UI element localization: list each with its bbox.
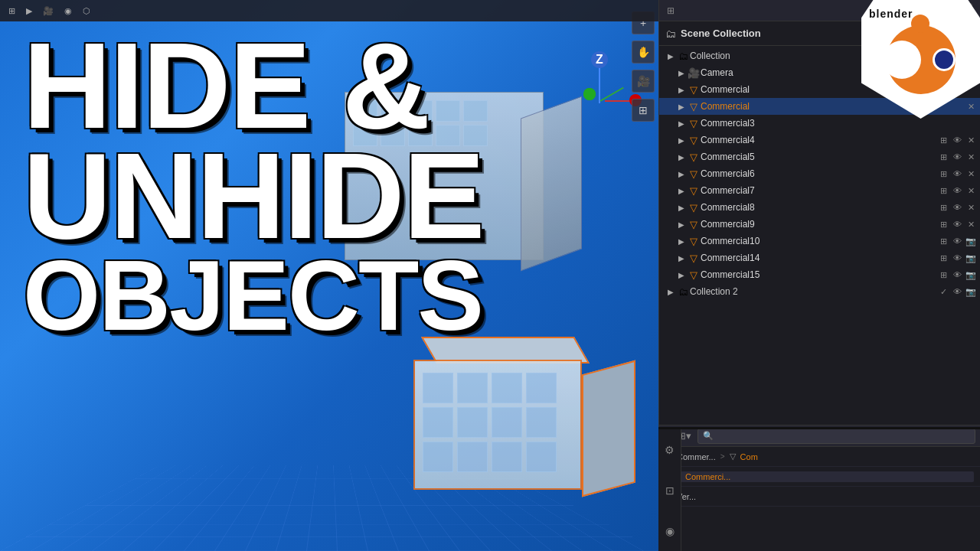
commercial14-eye-icon[interactable]: 👁 [951, 253, 963, 262]
toolbar-icon-1[interactable]: ⊞ [5, 5, 19, 18]
commercial14-grid-icon[interactable]: ⊞ [937, 253, 949, 263]
toolbar-icon-5[interactable]: ⬡ [79, 5, 94, 18]
commercial5-x-icon[interactable]: ✕ [965, 152, 977, 162]
commercial10-grid-icon[interactable]: ⊞ [937, 236, 949, 246]
commercial5-actions: ⊞ 👁 ✕ [937, 152, 977, 162]
tree-arrow-commercial14: ▶ [676, 254, 687, 262]
collection2-check-icon[interactable]: ✓ [937, 287, 949, 297]
blender-logo: blender [858, 0, 980, 122]
commercial15-eye-icon[interactable]: 👁 [951, 270, 963, 279]
tree-item-commercial5[interactable]: ▶ ▽ Commercial5 ⊞ 👁 ✕ [659, 148, 980, 165]
tree-arrow-commercial2: ▶ [676, 103, 687, 111]
breadcrumb-arrow-icon: > [720, 452, 725, 461]
commercial7-eye-icon[interactable]: 👁 [951, 186, 963, 195]
tree-label-commercial10: Commercial10 [701, 236, 937, 246]
commercial1-icon: ▽ [687, 84, 701, 96]
scene-collection-label: Scene Collection [681, 28, 761, 39]
commercial9-x-icon[interactable]: ✕ [965, 220, 977, 230]
camera-icon: 🎥 [687, 67, 701, 79]
building-windows [423, 373, 557, 472]
tree-item-commercial4[interactable]: ▶ ▽ Commercial4 ⊞ 👁 ✕ [659, 132, 980, 148]
commercial5-eye-icon[interactable]: 👁 [951, 152, 963, 161]
commercial5-icon: ▽ [687, 152, 701, 163]
tree-item-commercial6[interactable]: ▶ ▽ Commercial6 ⊞ 👁 ✕ [659, 165, 980, 182]
collection2-eye-icon[interactable]: 👁 [951, 287, 963, 296]
commercial6-x-icon[interactable]: ✕ [965, 169, 977, 179]
commercial7-icon: ▽ [687, 185, 701, 197]
breadcrumb-item-1[interactable]: Commer... [677, 452, 716, 461]
tree-label-commercial14: Commercial14 [701, 253, 937, 263]
tree-label-commercial5: Commercial5 [701, 152, 937, 162]
commercial10-actions: ⊞ 👁 📷 [937, 236, 977, 246]
commercial6-eye-icon[interactable]: 👁 [951, 169, 963, 178]
commercial10-cam-icon[interactable]: 📷 [965, 236, 977, 246]
breadcrumb-filter-icon: ▽ [730, 452, 736, 461]
tree-label-commercial9: Commercial9 [701, 219, 937, 230]
commercial7-x-icon[interactable]: ✕ [965, 186, 977, 196]
tree-arrow-commercial6: ▶ [676, 170, 687, 178]
tree-item-collection2[interactable]: ▶ 🗂 Collection 2 ✓ 👁 📷 [659, 283, 980, 300]
tree-item-commercial9[interactable]: ▶ ▽ Commercial9 ⊞ 👁 ✕ [659, 216, 980, 233]
commercial9-grid-icon[interactable]: ⊞ [937, 220, 949, 230]
commercial10-icon: ▽ [687, 236, 701, 247]
commercial10-eye-icon[interactable]: 👁 [951, 236, 963, 246]
tree-item-commercial8[interactable]: ▶ ▽ Commercial8 ⊞ 👁 ✕ [659, 199, 980, 216]
commercial4-x-icon[interactable]: ✕ [965, 135, 977, 145]
header-icon: ⊞ [667, 5, 675, 16]
toolbar-icon-3[interactable]: 🎥 [39, 5, 57, 18]
tree-arrow-commercial8: ▶ [676, 204, 687, 212]
commercial8-icon: ▽ [687, 202, 701, 214]
collection2-icon: 🗂 [676, 286, 690, 298]
commercial4-eye-icon[interactable]: 👁 [951, 135, 963, 145]
tree-label-commercial4: Commercial4 [701, 135, 937, 145]
commercial7-grid-icon[interactable]: ⊞ [937, 186, 949, 196]
axis-indicator: Z [574, 65, 635, 126]
scene-collection-icon: 🗂 [665, 28, 676, 40]
building-front-face [413, 360, 582, 490]
props-object-value[interactable]: Commerci... [681, 471, 974, 482]
commercial14-cam-icon[interactable]: 📷 [965, 253, 977, 263]
commercial8-x-icon[interactable]: ✕ [965, 203, 977, 213]
commercial15-grid-icon[interactable]: ⊞ [937, 270, 949, 280]
toolbar-icon-2[interactable]: ▶ [22, 5, 36, 18]
tree-arrow-commercial5: ▶ [676, 153, 687, 161]
camera-view-button[interactable]: 🎥 [632, 70, 655, 93]
tree-item-commercial10[interactable]: ▶ ▽ Commercial10 ⊞ 👁 📷 [659, 233, 980, 249]
side-icon-tools[interactable]: ⚙ [665, 444, 675, 456]
tree-arrow-commercial10: ▶ [676, 237, 687, 246]
collection2-cam-icon[interactable]: 📷 [965, 287, 977, 297]
breadcrumb-item-2[interactable]: Com [740, 452, 758, 461]
tree-arrow-camera: ▶ [676, 69, 687, 77]
tree-item-commercial14[interactable]: ▶ ▽ Commercial14 ⊞ 👁 📷 [659, 249, 980, 266]
viewport-toolbar-top: ⊞ ▶ 🎥 ◉ ⬡ [0, 0, 658, 21]
tree-arrow-commercial9: ▶ [676, 220, 687, 229]
commercial4-icon: ▽ [687, 135, 701, 146]
side-icon-material[interactable]: ◉ [665, 525, 675, 537]
commercial15-actions: ⊞ 👁 📷 [937, 270, 977, 280]
grid-view-button[interactable]: ⊞ [632, 99, 655, 122]
commercial6-grid-icon[interactable]: ⊞ [937, 169, 949, 179]
commercial8-eye-icon[interactable]: 👁 [951, 203, 963, 212]
commercial9-eye-icon[interactable]: 👁 [951, 220, 963, 229]
commercial4-grid-icon[interactable]: ⊞ [937, 135, 949, 145]
commercial15-icon: ▽ [687, 269, 701, 281]
commercial3-icon: ▽ [687, 118, 701, 129]
commercial15-cam-icon[interactable]: 📷 [965, 270, 977, 280]
toolbar-icon-4[interactable]: ◉ [60, 5, 76, 18]
tree-arrow-commercial3: ▶ [676, 119, 687, 128]
viewport-area[interactable]: ⊞ ▶ 🎥 ◉ ⬡ [0, 0, 658, 551]
pan-button[interactable]: ✋ [632, 41, 655, 64]
tree-arrow-commercial1: ▶ [676, 86, 687, 94]
tree-item-commercial7[interactable]: ▶ ▽ Commercial7 ⊞ 👁 ✕ [659, 182, 980, 199]
commercial8-grid-icon[interactable]: ⊞ [937, 203, 949, 213]
commercial8-actions: ⊞ 👁 ✕ [937, 203, 977, 213]
side-icon-object[interactable]: ⊡ [665, 484, 675, 497]
tree-item-commercial15[interactable]: ▶ ▽ Commercial15 ⊞ 👁 📷 [659, 266, 980, 283]
tree-arrow-commercial4: ▶ [676, 136, 687, 145]
commercial5-grid-icon[interactable]: ⊞ [937, 152, 949, 162]
props-search-box[interactable]: 🔍 [697, 429, 975, 444]
search-icon: 🔍 [703, 431, 714, 441]
axis-y-end [583, 88, 596, 100]
tree-arrow-collection2: ▶ [665, 288, 676, 296]
viewport-right-toolbar: + ✋ 🎥 ⊞ [628, 11, 658, 122]
